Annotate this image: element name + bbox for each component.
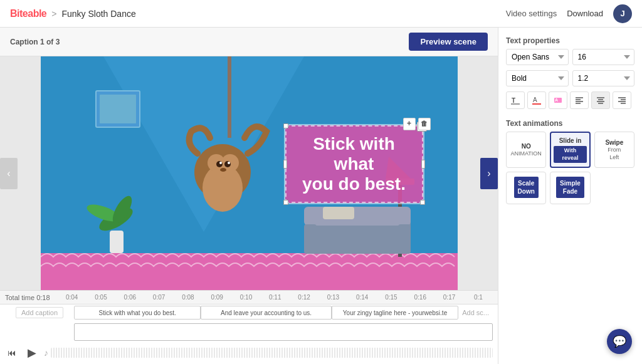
caption-track-row: Add caption Stick with what you do best.… (0, 304, 498, 321)
text-properties-section: Text properties Open Sans Arial Roboto 1… (506, 36, 634, 109)
align-right-button[interactable] (613, 91, 631, 109)
text-style-button[interactable]: T (506, 91, 525, 109)
chevron-right-icon: › (487, 168, 490, 179)
next-scene-button[interactable]: › (480, 158, 498, 189)
add-caption-button[interactable]: Add caption (16, 307, 63, 318)
audio-waveform (51, 348, 493, 358)
caption-text-input[interactable] (74, 323, 493, 341)
caption-segment-1[interactable]: Stick with what you do best. (74, 306, 201, 320)
svg-text:A: A (555, 98, 558, 102)
anim-scale-down[interactable]: ScaleDown (506, 172, 546, 204)
svg-point-20 (224, 161, 231, 167)
mark-4: 0:08 (174, 294, 203, 301)
svg-point-21 (219, 162, 222, 164)
anim-swipe-from-left[interactable]: Swipe From Left (594, 132, 634, 168)
right-panel: Text properties Open Sans Arial Roboto 1… (498, 28, 642, 364)
mark-11: 0:15 (377, 294, 406, 301)
mark-9: 0:13 (318, 294, 347, 301)
caption-segment-2[interactable]: And leave your accounting to us. (201, 306, 331, 320)
skip-back-button[interactable]: ⏮ (5, 346, 19, 359)
weight-lineheight-row: Bold Regular Light 1.2 1.0 1.5 2.0 (506, 70, 634, 86)
simple-fade-badge: SimpleFade (556, 177, 584, 198)
text-props-title: Text properties (506, 36, 634, 45)
mark-6: 0:10 (231, 294, 260, 301)
caption-input-row (0, 322, 498, 342)
mark-8: 0:12 (290, 294, 318, 301)
highlight-button[interactable]: A (549, 91, 567, 109)
text-style-icon: T (511, 96, 520, 105)
mark-13: 0:17 (434, 294, 463, 301)
mark-12: 0:16 (406, 294, 434, 301)
user-avatar[interactable]: J (613, 4, 632, 23)
mark-5: 0:09 (203, 294, 231, 301)
preview-scene-button[interactable]: Preview scene (409, 33, 488, 51)
anim-simple-fade[interactable]: SimpleFade (550, 172, 590, 204)
svg-rect-12 (398, 224, 411, 254)
left-panel: Caption 1 of 3 Preview scene ‹ (0, 28, 498, 364)
text-overlay[interactable]: + 🗑 Stick withwhatyou do best. (285, 125, 423, 204)
chevron-left-icon: ‹ (7, 168, 10, 179)
svg-rect-24 (228, 56, 231, 138)
mark-14: 0:1 (464, 294, 493, 301)
align-center-button[interactable] (591, 91, 610, 109)
animation-grid: NO ANIMATION Slide in With reveal Swipe … (506, 132, 634, 204)
svg-point-23 (220, 168, 226, 172)
timeline-bottom-row: ⏮ ▶ ♪ (0, 342, 498, 363)
video-settings-link[interactable]: Video settings (506, 9, 557, 18)
align-left-button[interactable] (570, 91, 589, 109)
video-canvas: + 🗑 Stick withwhatyou do best. (41, 56, 458, 290)
music-icon: ♪ (44, 348, 48, 358)
svg-rect-13 (323, 207, 354, 219)
font-size-select[interactable]: 16 12 14 18 24 (572, 49, 635, 65)
align-right-icon (618, 96, 626, 105)
anim-no-animation[interactable]: NO ANIMATION (506, 132, 546, 168)
align-center-icon (596, 96, 605, 105)
mark-7: 0:11 (261, 294, 290, 301)
anim-slide-in-reveal[interactable]: Slide in With reveal (550, 132, 590, 168)
svg-rect-0 (41, 253, 458, 291)
scale-down-badge: ScaleDown (514, 177, 539, 198)
font-weight-select[interactable]: Bold Regular Light (506, 70, 569, 86)
chat-button[interactable]: 💬 (607, 329, 632, 354)
topbar-left: Biteable > Funky Sloth Dance (10, 8, 136, 19)
timeline-total: Total time 0:18 (5, 294, 50, 301)
add-text-icon[interactable]: + (403, 118, 416, 130)
caption-label: Caption 1 of 3 (10, 38, 60, 46)
svg-point-22 (228, 162, 230, 164)
svg-rect-11 (304, 224, 317, 254)
caption-track-content: Stick with what you do best. And leave y… (74, 306, 458, 320)
topbar-right: Video settings Download J (506, 4, 632, 23)
animations-title: Text animations (506, 119, 634, 128)
svg-text:T: T (512, 97, 515, 104)
text-color-button[interactable]: A (527, 91, 546, 109)
delete-text-icon[interactable]: 🗑 (418, 118, 431, 130)
align-left-icon (575, 96, 584, 105)
caption-segment-3[interactable]: Your zingy tagline here - yourwebsi.te (332, 306, 458, 320)
timeline: Total time 0:18 0:04 0:05 0:06 0:07 0:08… (0, 290, 498, 364)
svg-rect-2 (100, 95, 136, 123)
track-label: Add caption (5, 307, 74, 318)
text-props-controls: Open Sans Arial Roboto 16 12 14 18 24 (506, 49, 634, 109)
text-style-row: T A A (506, 91, 634, 109)
download-button[interactable]: Download (567, 9, 603, 18)
svg-rect-10 (304, 207, 411, 226)
animations-section: Text animations NO ANIMATION Slide in Wi… (506, 119, 634, 204)
reveal-badge: With reveal (554, 146, 586, 163)
project-name[interactable]: Funky Sloth Dance (61, 9, 135, 19)
logo[interactable]: Biteable (10, 8, 46, 19)
line-height-select[interactable]: 1.2 1.0 1.5 2.0 (572, 70, 635, 86)
mark-1: 0:05 (87, 294, 115, 301)
overlay-text: Stick withwhatyou do best. (298, 134, 411, 195)
prev-scene-button[interactable]: ‹ (0, 158, 18, 189)
font-family-select[interactable]: Open Sans Arial Roboto (506, 49, 569, 65)
svg-rect-6 (110, 231, 124, 253)
add-scene-button[interactable]: Add sc... (458, 308, 493, 318)
canvas-area: ‹ (0, 56, 498, 290)
mark-3: 0:07 (144, 294, 173, 301)
font-size-row: Open Sans Arial Roboto 16 12 14 18 24 (506, 49, 634, 65)
svg-text:A: A (533, 96, 537, 103)
text-color-icon: A (532, 96, 541, 105)
main-layout: Caption 1 of 3 Preview scene ‹ (0, 28, 642, 364)
play-button[interactable]: ▶ (25, 345, 39, 361)
mark-0: 0:04 (58, 294, 87, 301)
